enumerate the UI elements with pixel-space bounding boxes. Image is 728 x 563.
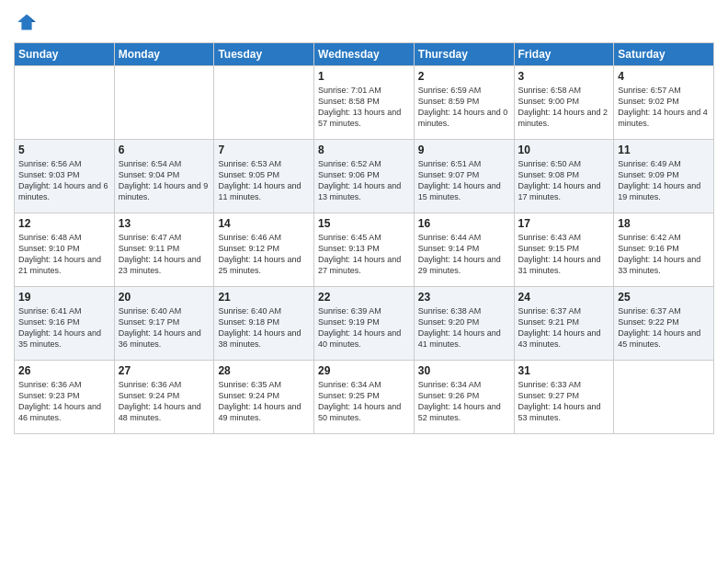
day-cell: 10Sunrise: 6:50 AM Sunset: 9:08 PM Dayli… bbox=[514, 140, 614, 213]
day-number: 24 bbox=[518, 291, 610, 304]
day-number: 21 bbox=[218, 291, 310, 304]
calendar-table: SundayMondayTuesdayWednesdayThursdayFrid… bbox=[14, 42, 714, 434]
day-cell: 28Sunrise: 6:35 AM Sunset: 9:24 PM Dayli… bbox=[214, 361, 314, 434]
day-cell: 3Sunrise: 6:58 AM Sunset: 9:00 PM Daylig… bbox=[514, 66, 614, 140]
col-header-tuesday: Tuesday bbox=[214, 43, 314, 66]
col-header-wednesday: Wednesday bbox=[314, 43, 415, 66]
day-info: Sunrise: 6:58 AM Sunset: 9:00 PM Dayligh… bbox=[518, 85, 610, 130]
day-cell: 14Sunrise: 6:46 AM Sunset: 9:12 PM Dayli… bbox=[214, 213, 314, 287]
day-cell: 23Sunrise: 6:38 AM Sunset: 9:20 PM Dayli… bbox=[414, 287, 514, 361]
day-info: Sunrise: 6:50 AM Sunset: 9:08 PM Dayligh… bbox=[518, 158, 610, 203]
week-row-1: 1Sunrise: 7:01 AM Sunset: 8:58 PM Daylig… bbox=[15, 66, 714, 140]
day-number: 20 bbox=[119, 291, 210, 304]
week-row-3: 12Sunrise: 6:48 AM Sunset: 9:10 PM Dayli… bbox=[15, 213, 714, 287]
day-cell: 12Sunrise: 6:48 AM Sunset: 9:10 PM Dayli… bbox=[15, 213, 115, 287]
day-cell: 5Sunrise: 6:56 AM Sunset: 9:03 PM Daylig… bbox=[15, 140, 115, 213]
day-cell: 24Sunrise: 6:37 AM Sunset: 9:21 PM Dayli… bbox=[514, 287, 614, 361]
day-info: Sunrise: 6:44 AM Sunset: 9:14 PM Dayligh… bbox=[418, 232, 510, 277]
day-number: 25 bbox=[618, 291, 710, 304]
day-cell: 11Sunrise: 6:49 AM Sunset: 9:09 PM Dayli… bbox=[614, 140, 714, 213]
day-info: Sunrise: 6:43 AM Sunset: 9:15 PM Dayligh… bbox=[518, 232, 610, 277]
day-cell: 31Sunrise: 6:33 AM Sunset: 9:27 PM Dayli… bbox=[514, 361, 614, 434]
day-info: Sunrise: 6:49 AM Sunset: 9:09 PM Dayligh… bbox=[618, 158, 710, 203]
week-row-5: 26Sunrise: 6:36 AM Sunset: 9:23 PM Dayli… bbox=[15, 361, 714, 434]
day-number: 28 bbox=[218, 364, 310, 377]
day-info: Sunrise: 6:47 AM Sunset: 9:11 PM Dayligh… bbox=[119, 232, 210, 277]
day-cell: 1Sunrise: 7:01 AM Sunset: 8:58 PM Daylig… bbox=[314, 66, 415, 140]
day-cell: 17Sunrise: 6:43 AM Sunset: 9:15 PM Dayli… bbox=[514, 213, 614, 287]
day-number: 22 bbox=[318, 291, 410, 304]
day-number: 14 bbox=[218, 217, 310, 230]
day-info: Sunrise: 6:56 AM Sunset: 9:03 PM Dayligh… bbox=[18, 158, 110, 203]
day-info: Sunrise: 6:35 AM Sunset: 9:24 PM Dayligh… bbox=[218, 379, 310, 424]
day-cell bbox=[214, 66, 314, 140]
col-header-thursday: Thursday bbox=[414, 43, 514, 66]
day-cell: 8Sunrise: 6:52 AM Sunset: 9:06 PM Daylig… bbox=[314, 140, 415, 213]
day-info: Sunrise: 6:33 AM Sunset: 9:27 PM Dayligh… bbox=[518, 379, 610, 424]
day-cell: 20Sunrise: 6:40 AM Sunset: 9:17 PM Dayli… bbox=[114, 287, 214, 361]
day-cell: 22Sunrise: 6:39 AM Sunset: 9:19 PM Dayli… bbox=[314, 287, 415, 361]
day-number: 2 bbox=[418, 70, 510, 83]
day-cell: 29Sunrise: 6:34 AM Sunset: 9:25 PM Dayli… bbox=[314, 361, 415, 434]
day-cell: 2Sunrise: 6:59 AM Sunset: 8:59 PM Daylig… bbox=[414, 66, 514, 140]
day-info: Sunrise: 6:37 AM Sunset: 9:21 PM Dayligh… bbox=[518, 305, 610, 350]
day-cell: 25Sunrise: 6:37 AM Sunset: 9:22 PM Dayli… bbox=[614, 287, 714, 361]
day-cell: 30Sunrise: 6:34 AM Sunset: 9:26 PM Dayli… bbox=[414, 361, 514, 434]
day-number: 13 bbox=[119, 217, 210, 230]
col-header-sunday: Sunday bbox=[15, 43, 115, 66]
day-number: 10 bbox=[518, 144, 610, 156]
day-info: Sunrise: 6:57 AM Sunset: 9:02 PM Dayligh… bbox=[618, 85, 710, 130]
day-info: Sunrise: 6:45 AM Sunset: 9:13 PM Dayligh… bbox=[318, 232, 410, 277]
day-number: 11 bbox=[618, 144, 710, 156]
day-cell: 15Sunrise: 6:45 AM Sunset: 9:13 PM Dayli… bbox=[314, 213, 415, 287]
day-number: 19 bbox=[18, 291, 110, 304]
col-header-friday: Friday bbox=[514, 43, 614, 66]
day-info: Sunrise: 7:01 AM Sunset: 8:58 PM Dayligh… bbox=[318, 85, 410, 130]
logo bbox=[14, 9, 43, 35]
day-info: Sunrise: 6:46 AM Sunset: 9:12 PM Dayligh… bbox=[218, 232, 310, 277]
day-cell: 26Sunrise: 6:36 AM Sunset: 9:23 PM Dayli… bbox=[15, 361, 115, 434]
col-header-monday: Monday bbox=[114, 43, 214, 66]
day-cell: 21Sunrise: 6:40 AM Sunset: 9:18 PM Dayli… bbox=[214, 287, 314, 361]
day-number: 23 bbox=[418, 291, 510, 304]
day-number: 17 bbox=[518, 217, 610, 230]
day-number: 29 bbox=[318, 364, 410, 377]
day-info: Sunrise: 6:37 AM Sunset: 9:22 PM Dayligh… bbox=[618, 305, 710, 350]
week-row-2: 5Sunrise: 6:56 AM Sunset: 9:03 PM Daylig… bbox=[15, 140, 714, 213]
day-info: Sunrise: 6:59 AM Sunset: 8:59 PM Dayligh… bbox=[418, 85, 510, 130]
logo-icon bbox=[14, 9, 40, 35]
day-number: 6 bbox=[119, 144, 210, 156]
day-info: Sunrise: 6:41 AM Sunset: 9:16 PM Dayligh… bbox=[18, 305, 110, 350]
day-info: Sunrise: 6:53 AM Sunset: 9:05 PM Dayligh… bbox=[218, 158, 310, 203]
day-info: Sunrise: 6:48 AM Sunset: 9:10 PM Dayligh… bbox=[18, 232, 110, 277]
day-info: Sunrise: 6:40 AM Sunset: 9:17 PM Dayligh… bbox=[119, 305, 210, 350]
day-number: 15 bbox=[318, 217, 410, 230]
day-number: 9 bbox=[418, 144, 510, 156]
day-cell: 9Sunrise: 6:51 AM Sunset: 9:07 PM Daylig… bbox=[414, 140, 514, 213]
header-row: SundayMondayTuesdayWednesdayThursdayFrid… bbox=[15, 43, 714, 66]
day-number: 12 bbox=[18, 217, 110, 230]
day-cell: 4Sunrise: 6:57 AM Sunset: 9:02 PM Daylig… bbox=[614, 66, 714, 140]
day-info: Sunrise: 6:51 AM Sunset: 9:07 PM Dayligh… bbox=[418, 158, 510, 203]
day-cell: 7Sunrise: 6:53 AM Sunset: 9:05 PM Daylig… bbox=[214, 140, 314, 213]
day-number: 16 bbox=[418, 217, 510, 230]
day-info: Sunrise: 6:39 AM Sunset: 9:19 PM Dayligh… bbox=[318, 305, 410, 350]
day-cell: 27Sunrise: 6:36 AM Sunset: 9:24 PM Dayli… bbox=[114, 361, 214, 434]
day-cell: 16Sunrise: 6:44 AM Sunset: 9:14 PM Dayli… bbox=[414, 213, 514, 287]
day-number: 3 bbox=[518, 70, 610, 83]
day-info: Sunrise: 6:36 AM Sunset: 9:24 PM Dayligh… bbox=[119, 379, 210, 424]
header bbox=[14, 9, 714, 35]
day-info: Sunrise: 6:36 AM Sunset: 9:23 PM Dayligh… bbox=[18, 379, 110, 424]
day-number: 7 bbox=[218, 144, 310, 156]
day-cell bbox=[15, 66, 115, 140]
day-cell bbox=[114, 66, 214, 140]
day-cell: 18Sunrise: 6:42 AM Sunset: 9:16 PM Dayli… bbox=[614, 213, 714, 287]
day-number: 8 bbox=[318, 144, 410, 156]
day-number: 30 bbox=[418, 364, 510, 377]
day-info: Sunrise: 6:38 AM Sunset: 9:20 PM Dayligh… bbox=[418, 305, 510, 350]
day-cell: 6Sunrise: 6:54 AM Sunset: 9:04 PM Daylig… bbox=[114, 140, 214, 213]
day-cell bbox=[614, 361, 714, 434]
day-info: Sunrise: 6:34 AM Sunset: 9:26 PM Dayligh… bbox=[418, 379, 510, 424]
day-info: Sunrise: 6:42 AM Sunset: 9:16 PM Dayligh… bbox=[618, 232, 710, 277]
col-header-saturday: Saturday bbox=[614, 43, 714, 66]
